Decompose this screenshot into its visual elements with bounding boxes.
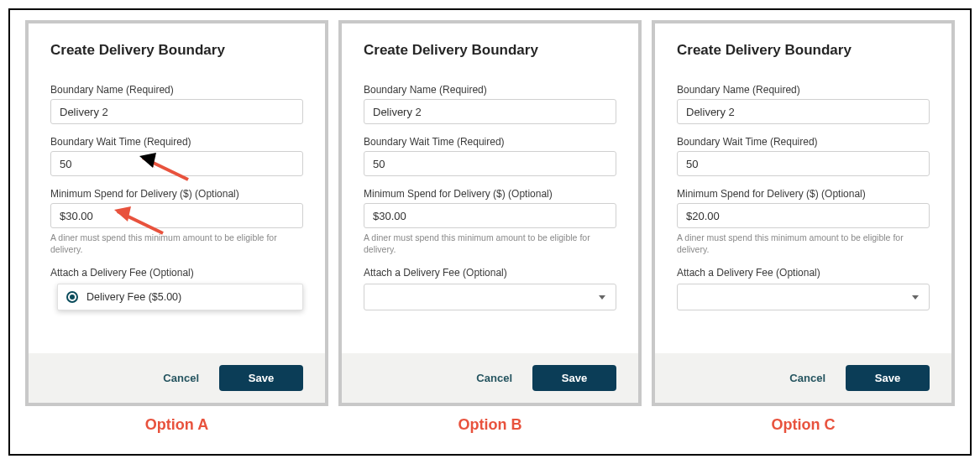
cancel-button[interactable]: Cancel	[789, 372, 825, 384]
radio-icon	[66, 291, 78, 303]
modal-title: Create Delivery Boundary	[364, 42, 616, 59]
panel-c-col: Create Delivery Boundary Boundary Name (…	[652, 20, 955, 444]
min-spend-input[interactable]	[364, 203, 616, 228]
modal-title: Create Delivery Boundary	[50, 42, 303, 59]
min-spend-label: Minimum Spend for Delivery ($) (Optional…	[677, 188, 930, 200]
wait-time-label: Boundary Wait Time (Required)	[50, 136, 303, 148]
attach-fee-label: Attach a Delivery Fee (Optional)	[50, 267, 303, 279]
panel-b-col: Create Delivery Boundary Boundary Name (…	[338, 20, 642, 444]
boundary-name-label: Boundary Name (Required)	[50, 84, 303, 96]
attach-fee-dropdown[interactable]	[677, 284, 930, 310]
wait-time-label: Boundary Wait Time (Required)	[677, 136, 930, 148]
min-spend-input[interactable]	[50, 203, 303, 228]
modal-a: Create Delivery Boundary Boundary Name (…	[25, 20, 328, 406]
boundary-name-input[interactable]	[364, 99, 616, 124]
boundary-name-input[interactable]	[50, 99, 303, 124]
panel-a-col: Create Delivery Boundary Boundary Name (…	[25, 20, 328, 444]
attach-fee-dropdown[interactable]	[364, 284, 616, 310]
option-label: Option B	[459, 416, 522, 434]
min-spend-label: Minimum Spend for Delivery ($) (Optional…	[364, 188, 616, 200]
save-button[interactable]: Save	[846, 365, 930, 391]
modal-b-body: Create Delivery Boundary Boundary Name (…	[342, 23, 638, 353]
option-label: Option A	[145, 416, 208, 434]
attach-fee-option[interactable]: Delivery Fee ($5.00)	[57, 284, 303, 310]
wait-time-input[interactable]	[364, 151, 616, 176]
modal-title: Create Delivery Boundary	[677, 42, 930, 59]
modal-c-body: Create Delivery Boundary Boundary Name (…	[655, 23, 951, 353]
min-spend-input[interactable]	[677, 203, 930, 228]
min-spend-helper: A diner must spend this minimum amount t…	[364, 232, 616, 255]
boundary-name-input[interactable]	[677, 99, 930, 124]
wait-time-label: Boundary Wait Time (Required)	[364, 136, 616, 148]
min-spend-helper: A diner must spend this minimum amount t…	[677, 232, 930, 255]
save-button[interactable]: Save	[219, 365, 303, 391]
wait-time-input[interactable]	[677, 151, 930, 176]
modal-footer: Cancel Save	[29, 353, 325, 403]
min-spend-helper: A diner must spend this minimum amount t…	[50, 232, 303, 255]
wait-time-input[interactable]	[50, 151, 303, 176]
boundary-name-label: Boundary Name (Required)	[677, 84, 930, 96]
attach-fee-label: Attach a Delivery Fee (Optional)	[364, 267, 616, 279]
boundary-name-label: Boundary Name (Required)	[364, 84, 616, 96]
modal-c: Create Delivery Boundary Boundary Name (…	[652, 20, 955, 406]
cancel-button[interactable]: Cancel	[476, 372, 512, 384]
attach-fee-option-label: Delivery Fee ($5.00)	[86, 291, 181, 303]
chevron-down-icon	[599, 295, 605, 300]
save-button[interactable]: Save	[532, 365, 616, 391]
chevron-down-icon	[912, 295, 919, 300]
modal-footer: Cancel Save	[655, 353, 951, 403]
modal-footer: Cancel Save	[342, 353, 638, 403]
comparison-frame: Create Delivery Boundary Boundary Name (…	[8, 8, 972, 456]
modal-a-body: Create Delivery Boundary Boundary Name (…	[29, 23, 325, 353]
attach-fee-label: Attach a Delivery Fee (Optional)	[677, 267, 930, 279]
option-label: Option C	[772, 416, 836, 434]
min-spend-label: Minimum Spend for Delivery ($) (Optional…	[50, 188, 303, 200]
cancel-button[interactable]: Cancel	[163, 372, 199, 384]
modal-b: Create Delivery Boundary Boundary Name (…	[338, 20, 642, 406]
